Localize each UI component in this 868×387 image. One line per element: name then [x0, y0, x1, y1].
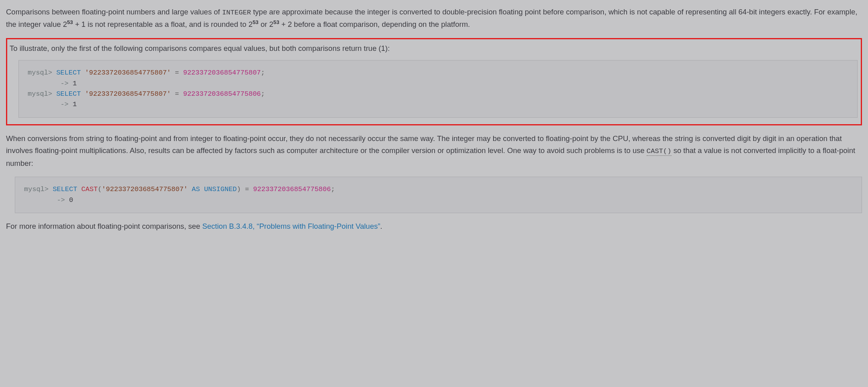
superscript: 53	[253, 19, 259, 25]
paragraph-integer-comparison: Comparisons between floating-point numbe…	[6, 6, 862, 31]
sql-string-literal: '9223372036854775807'	[85, 69, 171, 77]
space	[241, 185, 245, 193]
text: For more information about floating-poin…	[6, 222, 202, 230]
space	[249, 185, 253, 193]
result-arrow: ->	[61, 80, 69, 87]
result-value: 1	[73, 101, 77, 108]
superscript: 53	[67, 19, 73, 25]
space	[65, 196, 69, 204]
text: + 2 before a float comparison, depending…	[279, 20, 470, 28]
link-floating-point-problems[interactable]: Section B.3.4.8, “Problems with Floating…	[202, 222, 380, 230]
sql-function-cast: CAST	[81, 185, 98, 193]
space	[179, 69, 183, 77]
sql-keyword-unsigned: UNSIGNED	[204, 185, 237, 193]
highlighted-intro-text: To illustrate, only the first of the fol…	[10, 42, 858, 55]
space	[81, 69, 85, 77]
sql-keyword-select: SELECT	[56, 69, 81, 77]
sql-keyword-select: SELECT	[53, 185, 77, 193]
sql-keyword-as: AS	[192, 185, 200, 193]
sql-prompt: mysql>	[24, 185, 53, 193]
text: or 2	[259, 20, 273, 28]
sql-close-paren: )	[237, 185, 241, 193]
result-value: 1	[73, 80, 77, 87]
sql-prompt: mysql>	[28, 90, 56, 98]
padding	[24, 196, 57, 204]
sql-keyword-select: SELECT	[56, 90, 81, 98]
text: + 1 is not representable as a float, and…	[73, 20, 253, 28]
sql-string-literal: '9223372036854775807'	[102, 185, 188, 193]
space	[81, 90, 85, 98]
space	[188, 185, 192, 193]
code-integer: INTEGER	[222, 9, 251, 16]
space	[200, 185, 204, 193]
highlighted-example-box: To illustrate, only the first of the fol…	[6, 38, 862, 125]
sql-prompt: mysql>	[28, 69, 56, 77]
sql-operator-equals: =	[175, 90, 179, 98]
text: Comparisons between floating-point numbe…	[6, 8, 222, 16]
sql-semicolon: ;	[261, 69, 265, 77]
result-arrow: ->	[57, 196, 65, 204]
paragraph-more-info: For more information about floating-poin…	[6, 220, 862, 233]
paragraph-conversion-explanation: When conversions from string to floating…	[6, 133, 862, 169]
code-block-comparisons: mysql> SELECT '9223372036854775807' = 92…	[18, 60, 858, 117]
sql-operator-equals: =	[245, 185, 249, 193]
padding	[28, 80, 61, 87]
space	[171, 69, 175, 77]
text: .	[380, 222, 382, 230]
sql-number-literal: 9223372036854775806	[183, 90, 261, 98]
code-block-cast-example: mysql> SELECT CAST('9223372036854775807'…	[15, 177, 862, 213]
padding	[28, 101, 61, 108]
sql-semicolon: ;	[261, 90, 265, 98]
result-value: 0	[69, 196, 73, 204]
sql-number-literal: 9223372036854775807	[183, 69, 261, 77]
code-cast-function[interactable]: CAST()	[647, 147, 672, 156]
sql-number-literal: 9223372036854775806	[253, 185, 331, 193]
space	[171, 90, 175, 98]
sql-semicolon: ;	[331, 185, 335, 193]
sql-operator-equals: =	[175, 69, 179, 77]
space	[69, 80, 73, 87]
sql-string-literal: '9223372036854775807'	[85, 90, 171, 98]
superscript: 53	[273, 19, 279, 25]
space	[179, 90, 183, 98]
result-arrow: ->	[61, 101, 69, 108]
sql-open-paren: (	[98, 185, 102, 193]
space	[77, 185, 81, 193]
space	[69, 101, 73, 108]
